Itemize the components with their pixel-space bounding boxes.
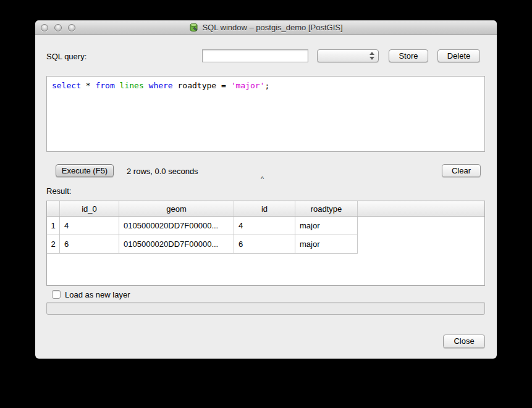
result-label: Result: xyxy=(46,186,71,196)
cell-id[interactable]: 4 xyxy=(234,217,295,235)
window-title: SQL window – postgis_demo [PostGIS] xyxy=(202,23,342,32)
column-header-id[interactable]: id xyxy=(234,201,295,216)
sql-token: * xyxy=(81,81,95,90)
store-button[interactable]: Store xyxy=(389,49,428,62)
column-header-id_0[interactable]: id_0 xyxy=(60,201,119,216)
close-button[interactable]: Close xyxy=(443,335,485,348)
title-bar[interactable]: SQL window – postgis_demo [PostGIS] xyxy=(35,20,497,35)
query-name-input[interactable] xyxy=(202,49,308,62)
clear-button[interactable]: Clear xyxy=(442,164,481,177)
cell-roadtype[interactable]: major xyxy=(295,235,358,254)
delete-button[interactable]: Delete xyxy=(437,49,480,62)
sql-token xyxy=(144,81,149,90)
sql-code-line: select * from lines where roadtype = 'ma… xyxy=(52,81,479,91)
stored-query-select[interactable] xyxy=(317,49,379,62)
sql-token-string: 'major' xyxy=(231,81,265,90)
cell-id_0[interactable]: 4 xyxy=(60,217,119,235)
sql-window: SQL window – postgis_demo [PostGIS] SQL … xyxy=(35,20,497,359)
row-number-cell: 1 xyxy=(47,217,60,235)
row-number-cell: 2 xyxy=(47,235,60,254)
cell-id_0[interactable]: 6 xyxy=(60,235,119,254)
sql-token-keyword: select xyxy=(52,81,81,90)
close-window-button[interactable] xyxy=(41,24,48,31)
sql-editor[interactable]: select * from lines where roadtype = 'ma… xyxy=(46,76,485,152)
corner-header xyxy=(47,201,60,216)
traffic-lights xyxy=(41,24,75,31)
column-header-roadtype[interactable]: roadtype xyxy=(295,201,358,216)
title-group: SQL window – postgis_demo [PostGIS] xyxy=(189,23,342,32)
sql-token: ; xyxy=(264,81,269,90)
cell-roadtype[interactable]: major xyxy=(295,217,358,235)
execute-button[interactable]: Execute (F5) xyxy=(56,164,114,177)
load-as-new-layer-checkbox[interactable] xyxy=(52,290,61,299)
status-text: 2 rows, 0.0 seconds xyxy=(127,167,198,176)
sql-token-keyword: where xyxy=(149,81,173,90)
sql-token xyxy=(115,81,120,90)
result-table: id_0 geom id roadtype 1 4 0105000020DD7F… xyxy=(46,201,485,286)
cursor-artifact: ^ xyxy=(261,176,264,182)
cell-geom[interactable]: 0105000020DD7F00000... xyxy=(119,235,234,254)
window-icon xyxy=(189,23,198,32)
load-as-new-layer-label: Load as new layer xyxy=(65,290,130,299)
column-header-geom[interactable]: geom xyxy=(119,201,234,216)
table-row[interactable]: 1 4 0105000020DD7F00000... 4 major xyxy=(47,217,484,235)
sql-token: roadtype = xyxy=(173,81,231,90)
column-header-filler xyxy=(358,201,484,216)
zoom-window-button[interactable] xyxy=(68,24,75,31)
sql-token-keyword: from xyxy=(95,81,114,90)
table-row[interactable]: 2 6 0105000020DD7F00000... 6 major xyxy=(47,235,484,254)
combo-arrows-icon xyxy=(369,52,374,60)
screenshot-stage: SQL window – postgis_demo [PostGIS] SQL … xyxy=(0,0,532,408)
minimize-window-button[interactable] xyxy=(54,24,62,31)
new-layer-name-input xyxy=(46,302,485,315)
cell-geom[interactable]: 0105000020DD7F00000... xyxy=(119,217,234,235)
sql-query-label: SQL query: xyxy=(46,52,87,61)
table-header-row: id_0 geom id roadtype xyxy=(47,201,484,217)
sql-token-table: lines xyxy=(120,81,144,90)
cell-id[interactable]: 6 xyxy=(234,235,295,254)
